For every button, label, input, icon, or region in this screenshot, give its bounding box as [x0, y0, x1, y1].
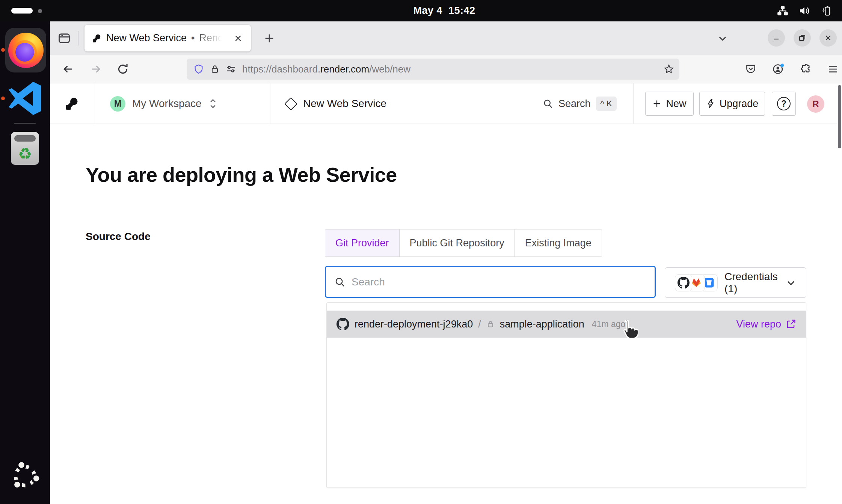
repo-row[interactable]: render-deployment-j29ka0 / sample-applic…: [327, 311, 806, 338]
page-content: M My Workspace New Web Service Search: [50, 83, 842, 504]
url-text: https://dashboard.render.com/web/new: [242, 63, 655, 75]
tab-title: New Web Service • Rend: [106, 32, 226, 44]
new-tab-button[interactable]: [260, 29, 278, 47]
browser-window: New Web Service • Rend: [50, 21, 842, 504]
new-button[interactable]: New: [645, 92, 694, 116]
render-logo-icon: [65, 97, 78, 110]
shield-icon: [193, 64, 204, 74]
repo-search-field[interactable]: [325, 266, 656, 298]
close-icon: [234, 34, 242, 42]
chevron-up-down-icon: [208, 98, 217, 109]
system-tray[interactable]: [777, 0, 832, 21]
workspace-name: My Workspace: [132, 98, 202, 110]
forward-arrow-icon: [89, 63, 102, 75]
header-divider: [95, 83, 95, 124]
help-button[interactable]: ?: [772, 92, 796, 116]
active-tab[interactable]: New Web Service • Rend: [85, 25, 251, 51]
lightning-icon: [706, 99, 715, 109]
repo-owner: render-deployment-j29ka0: [355, 318, 473, 330]
back-arrow-icon: [62, 63, 74, 75]
chevron-down-icon: [717, 33, 728, 44]
external-link-icon: [786, 319, 796, 329]
dock-item-firefox[interactable]: [5, 28, 46, 72]
system-clock[interactable]: May 4 15:42: [413, 0, 475, 21]
bookmark-star-button[interactable]: [661, 61, 677, 77]
back-button[interactable]: [59, 60, 77, 78]
github-icon: [675, 274, 692, 291]
vscode-running-dot: [1, 97, 5, 100]
battery-charging-icon: [820, 5, 832, 17]
workspace-indicator-active[interactable]: [11, 8, 33, 14]
app-header: M My Workspace New Web Service Search: [50, 83, 842, 124]
tab-title-cut: Rend: [199, 32, 224, 44]
minimize-button[interactable]: [768, 29, 785, 47]
firefox-running-dot: [1, 48, 5, 52]
tab-git-provider[interactable]: Git Provider: [325, 229, 399, 257]
upgrade-button-label: Upgrade: [720, 98, 759, 110]
repo-info: render-deployment-j29ka0 / sample-applic…: [336, 318, 736, 330]
tab-public-git-repository[interactable]: Public Git Repository: [399, 229, 515, 257]
search-icon: [334, 276, 346, 288]
tab-existing-image[interactable]: Existing Image: [515, 229, 602, 257]
star-icon: [664, 64, 674, 74]
search-shortcut-badge: ^ K: [596, 97, 617, 111]
reload-button[interactable]: [114, 60, 132, 78]
view-repo-label: View repo: [736, 318, 781, 330]
credentials-dropdown[interactable]: Credentials (1): [665, 267, 806, 298]
render-favicon: [92, 34, 101, 43]
restore-icon: [798, 34, 806, 42]
help-icon: ?: [777, 97, 791, 110]
forward-button[interactable]: [87, 60, 105, 78]
view-repo-link[interactable]: View repo: [736, 318, 796, 330]
repo-search-input[interactable]: [352, 276, 646, 288]
system-top-bar: May 4 15:42: [0, 0, 842, 21]
firefox-view-button[interactable]: [55, 29, 73, 47]
page-scrollbar[interactable]: [838, 85, 841, 148]
pocket-button[interactable]: [742, 60, 760, 78]
network-tree-icon: [777, 5, 789, 17]
search-label: Search: [558, 98, 591, 110]
private-lock-icon: [486, 320, 495, 328]
permissions-icon: [226, 64, 236, 74]
workspace-selector[interactable]: M My Workspace: [110, 83, 217, 124]
restore-button[interactable]: [794, 29, 811, 47]
new-button-label: New: [666, 98, 686, 110]
dock-divider: [14, 123, 36, 124]
service-diamond-icon: [284, 97, 297, 110]
plus-icon: [652, 99, 661, 108]
repo-name: sample-application: [500, 318, 584, 330]
dock-item-trash[interactable]: ♻︎: [11, 132, 39, 165]
dock-item-show-apps[interactable]: [10, 461, 40, 491]
upgrade-button[interactable]: Upgrade: [699, 92, 765, 116]
menu-button[interactable]: [824, 60, 842, 78]
plus-icon: [264, 33, 274, 43]
page-heading: You are deploying a Web Service: [86, 163, 397, 186]
chevron-down-icon: [786, 278, 796, 288]
dock: ♻︎: [0, 21, 50, 504]
reload-icon: [116, 63, 129, 75]
account-button[interactable]: [769, 60, 787, 78]
url-domain: render.com: [320, 63, 369, 75]
screen: May 4 15:42: [0, 0, 842, 504]
tab-close-button[interactable]: [231, 32, 245, 45]
global-search[interactable]: Search ^ K: [543, 83, 617, 124]
recycle-icon: ♻︎: [18, 146, 32, 162]
close-window-button[interactable]: [819, 29, 837, 47]
tab-bar: New Web Service • Rend: [50, 21, 842, 55]
puzzle-icon: [800, 63, 811, 75]
list-all-tabs-button[interactable]: [714, 31, 731, 46]
source-tabs: Git Provider Public Git Repository Exist…: [325, 229, 602, 257]
url-bar[interactable]: https://dashboard.render.com/web/new: [187, 59, 679, 80]
user-avatar[interactable]: R: [807, 95, 824, 113]
tab-separator-line: [78, 31, 78, 45]
vscode-icon: [8, 81, 42, 115]
navigation-toolbar: https://dashboard.render.com/web/new: [50, 55, 842, 83]
workspace-indicator-dot[interactable]: [38, 9, 42, 13]
url-prefix: https://dashboard.: [242, 63, 320, 75]
header-divider: [270, 83, 270, 124]
dock-item-vscode[interactable]: [8, 81, 42, 115]
trash-lid: [14, 135, 36, 142]
repo-separator: /: [478, 318, 481, 330]
hamburger-menu-icon: [827, 63, 839, 75]
extensions-button[interactable]: [797, 60, 815, 78]
